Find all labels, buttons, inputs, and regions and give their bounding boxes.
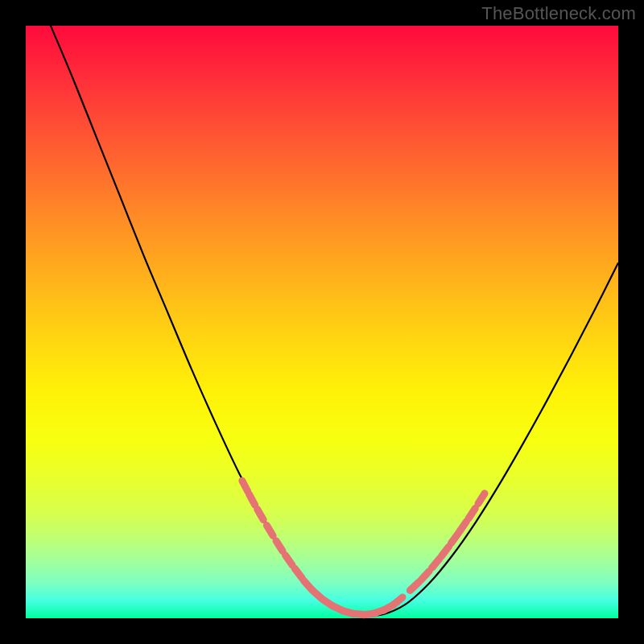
curve-marker <box>469 508 475 518</box>
curve-marker <box>393 597 402 605</box>
chart-svg <box>26 26 618 618</box>
curve-marker <box>478 493 485 504</box>
curve-marker <box>410 582 419 590</box>
curve-marker <box>286 555 293 565</box>
curve-marker <box>266 526 273 536</box>
curve-marker <box>295 568 302 578</box>
curve-marker <box>460 522 467 531</box>
marker-layer <box>242 481 485 615</box>
bottleneck-curve <box>26 0 618 616</box>
curve-marker <box>432 559 440 568</box>
curve-marker <box>242 481 248 491</box>
outer-frame: TheBottleneck.com <box>0 0 644 644</box>
curve-marker <box>258 510 263 520</box>
curve-marker <box>276 541 283 551</box>
curve-marker <box>442 547 449 556</box>
watermark-text: TheBottleneck.com <box>481 3 636 24</box>
curve-marker <box>421 572 429 580</box>
curve-marker <box>452 534 459 543</box>
curve-marker <box>250 494 255 505</box>
